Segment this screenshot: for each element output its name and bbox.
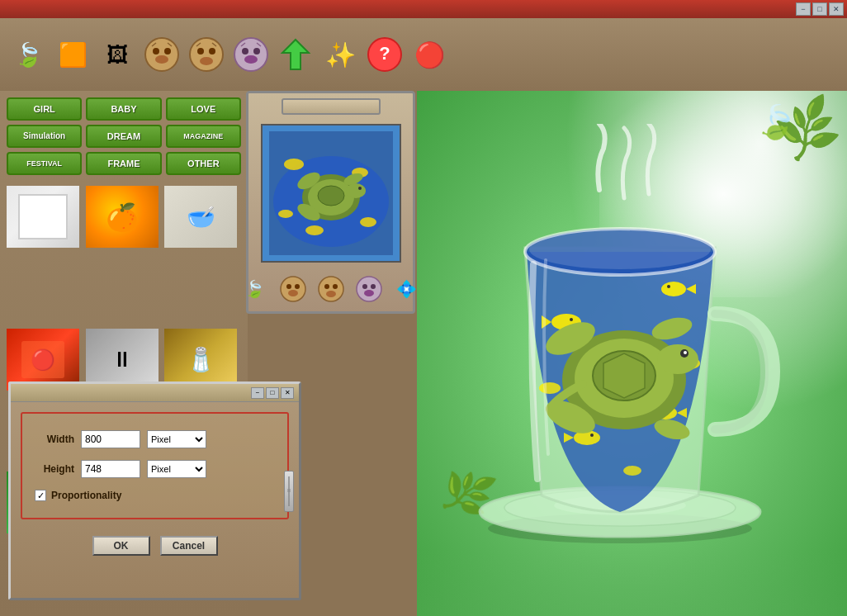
svg-point-26 (358, 187, 362, 190)
dialog-close-btn[interactable]: ✕ (281, 387, 294, 399)
main-display: 🌿 🍃 🌿 (417, 91, 847, 616)
svg-point-61 (623, 466, 641, 476)
dialog-minimize-btn[interactable]: − (251, 387, 264, 399)
svg-point-40 (371, 284, 376, 289)
resize-dialog: − □ ✕ Width Pixel cm inch Height Pixel c… (8, 381, 301, 600)
help-icon[interactable]: ? (365, 35, 405, 74)
maximize-button[interactable]: □ (812, 2, 827, 16)
svg-point-49 (570, 318, 573, 321)
frame-toolbar: 🍃 💠 (233, 267, 429, 311)
leaf-icon[interactable]: 🍃 (8, 35, 48, 74)
magic-icon[interactable]: ✨ (320, 35, 360, 74)
svg-point-8 (234, 38, 267, 71)
svg-point-17 (284, 159, 304, 170)
cat-other[interactable]: OTHER (166, 152, 241, 175)
thumbnail-item[interactable]: 🍊 (86, 186, 159, 248)
turtle-preview (269, 131, 393, 255)
svg-point-33 (288, 290, 298, 296)
svg-point-55 (590, 434, 594, 437)
cancel-button[interactable]: Cancel (160, 536, 218, 556)
svg-point-34 (319, 277, 343, 301)
cat-simulation[interactable]: Simulation (7, 125, 82, 148)
dialog-inner: Width Pixel cm inch Height Pixel cm inch… (21, 412, 289, 519)
proportionality-checkbox[interactable]: ✓ (35, 490, 46, 501)
svg-point-50 (661, 282, 686, 296)
frame-handle[interactable] (282, 98, 381, 115)
dialog-controls: − □ ✕ (251, 387, 294, 399)
fire-icon[interactable]: 🔴 (409, 35, 449, 74)
leaf-tool-icon[interactable]: 🍃 (239, 273, 271, 305)
svg-point-41 (364, 290, 374, 296)
cat-dream[interactable]: DREAM (86, 125, 161, 148)
svg-point-32 (295, 284, 300, 289)
photo-icon[interactable]: 🟧 (53, 35, 92, 74)
svg-point-39 (362, 284, 367, 289)
water-reflection (417, 550, 847, 616)
close-button[interactable]: ✕ (829, 2, 844, 16)
svg-point-19 (305, 225, 324, 235)
svg-point-0 (145, 38, 178, 71)
svg-point-73 (529, 230, 711, 269)
arrow-icon[interactable] (276, 35, 315, 74)
resize-handle[interactable] (284, 471, 294, 512)
face-tool2-icon[interactable] (315, 273, 347, 305)
width-row: Width Pixel cm inch (35, 430, 275, 448)
proportionality-label: Proportionality (51, 490, 121, 501)
ok-button[interactable]: OK (92, 536, 150, 556)
svg-point-10 (253, 48, 260, 54)
dialog-footer: OK Cancel (11, 529, 299, 556)
dialog-title-bar: − □ ✕ (11, 384, 299, 402)
cat-love[interactable]: LOVE (166, 97, 241, 121)
svg-point-36 (333, 284, 338, 289)
svg-point-20 (360, 217, 376, 227)
category-grid: GIRL BABY LOVE Simulation DREAM MAGAZINE… (0, 91, 248, 182)
svg-point-4 (190, 38, 223, 71)
toolbar: 🍃 🟧 🖼 ✨ ? 🔴 (0, 18, 847, 91)
height-row: Height Pixel cm inch (35, 460, 275, 478)
cat-magazine[interactable]: MAGAZINE (166, 125, 241, 148)
svg-point-21 (278, 210, 293, 218)
cat-baby[interactable]: BABY (86, 97, 161, 121)
svg-point-52 (667, 285, 670, 288)
svg-point-38 (357, 277, 381, 301)
svg-point-6 (209, 48, 215, 54)
svg-point-59 (539, 382, 561, 394)
svg-point-3 (155, 55, 168, 64)
minimize-button[interactable]: − (796, 2, 811, 16)
face1-icon[interactable] (142, 35, 182, 74)
svg-point-2 (164, 48, 171, 54)
face2-icon[interactable] (187, 35, 226, 74)
main-image-area: 🌿 🍃 🌿 (417, 91, 847, 616)
svg-marker-12 (282, 40, 309, 69)
width-input[interactable] (81, 430, 140, 448)
svg-point-37 (326, 291, 336, 297)
cat-girl[interactable]: GIRL (7, 97, 82, 121)
cat-frame[interactable]: FRAME (86, 152, 161, 175)
width-unit-select[interactable]: Pixel cm inch (147, 430, 206, 448)
svg-point-67 (684, 351, 687, 354)
frame-preview[interactable] (261, 124, 401, 263)
thumbnail-item[interactable]: 🥣 (164, 186, 237, 248)
svg-point-7 (200, 57, 213, 65)
face-tool1-icon[interactable] (277, 273, 309, 305)
thumbnail-item[interactable] (7, 186, 79, 248)
svg-point-1 (153, 48, 159, 54)
face-tool3-icon[interactable] (353, 273, 385, 305)
proportionality-row: ✓ Proportionality (35, 490, 275, 501)
title-bar: − □ ✕ (0, 0, 847, 18)
svg-text:?: ? (379, 43, 390, 64)
picture-icon[interactable]: 🖼 (97, 35, 137, 74)
svg-point-5 (197, 48, 204, 54)
svg-point-24 (318, 186, 344, 206)
svg-point-11 (244, 55, 258, 64)
height-input[interactable] (81, 460, 140, 478)
face3-icon[interactable] (231, 35, 271, 74)
svg-point-65 (657, 344, 698, 374)
height-unit-select[interactable]: Pixel cm inch (147, 460, 206, 478)
dialog-maximize-btn[interactable]: □ (266, 387, 279, 399)
frame-panel: 🍃 💠 (246, 91, 415, 314)
svg-point-31 (286, 284, 291, 289)
svg-point-25 (346, 183, 366, 198)
cat-festival[interactable]: FESTIVAL (7, 152, 82, 175)
width-label: Width (35, 434, 74, 445)
